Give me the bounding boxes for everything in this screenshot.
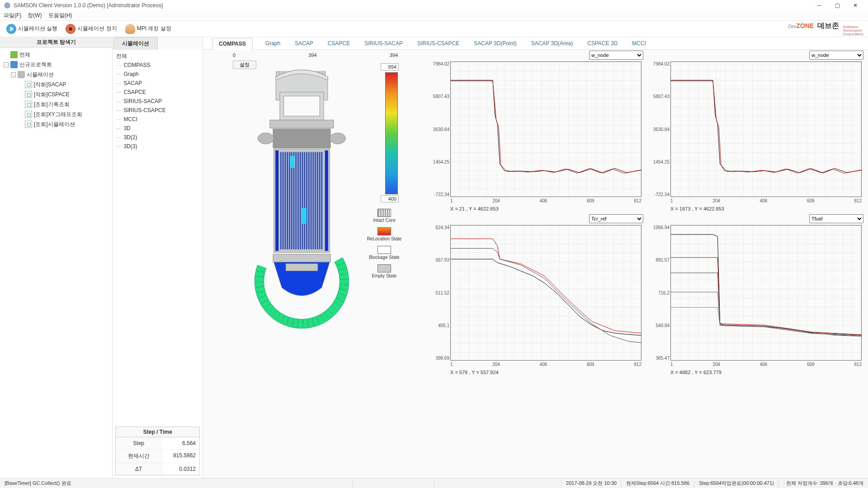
tree-expand-icon[interactable]: -	[4, 62, 9, 67]
plot-axes[interactable]	[670, 61, 862, 197]
step-value: 6,564	[162, 437, 199, 449]
plot-caption: X = 4882 , Y = 623.779	[670, 370, 722, 375]
tree-item[interactable]: [조회]XY그래프조회	[0, 109, 112, 119]
content-tab[interactable]: CSPACE 3D	[585, 38, 619, 49]
tree-item[interactable]: [작화]SACAP	[0, 80, 112, 89]
reactor-scale: 0394394	[233, 52, 398, 58]
toolbar: 시뮬레이션 실행 시뮬레이션 정지 MPI 계정 설정 DevZONE 데브존 …	[0, 21, 868, 37]
tab-simulation[interactable]: 시뮬레이션	[113, 37, 158, 50]
legend-item: Empty State	[362, 264, 407, 278]
tree-item[interactable]: 전체	[0, 50, 112, 60]
tree-expand-icon[interactable]: -	[11, 72, 16, 77]
status-totals: · 전체 저장개수 :396개 · 초당:0.48개	[779, 479, 868, 488]
subtree-item[interactable]: MCCI	[113, 115, 203, 124]
plot-caption: X = 21 , Y = 4622.853	[450, 206, 499, 211]
subtree-item[interactable]: SIRIUS-SACAP	[113, 97, 203, 106]
svg-rect-38	[295, 152, 297, 249]
subtree-item[interactable]: SIRIUS-CSAPCE	[113, 106, 203, 115]
subtree-item[interactable]: SACAP	[113, 79, 203, 88]
content-tab[interactable]: SACAP	[293, 38, 315, 49]
tree-item-label: [조회]시뮬레이션	[34, 121, 75, 128]
svg-rect-31	[280, 152, 282, 249]
svg-rect-51	[290, 156, 295, 168]
status-spacer	[434, 479, 561, 488]
plot-variable-select[interactable]: Tfuel	[809, 214, 863, 223]
main: 프로젝트 탐색기 전체-신규프로젝트-시뮬레이션[작화]SACAP[작화]CSP…	[0, 37, 868, 478]
menubar: 파일(F) 창(W) 도움말(H)	[0, 11, 868, 21]
menu-help[interactable]: 도움말(H)	[48, 12, 72, 19]
subtree-item[interactable]: 3D	[113, 124, 203, 133]
tree-item[interactable]: [조회]시뮬레이션	[0, 119, 112, 129]
doc-icon	[25, 101, 32, 108]
plot-bottom-right: Tfuel365.47540.84716.2891.571066.9412044…	[646, 214, 865, 377]
blue-icon	[10, 61, 18, 68]
step-label: Step	[116, 437, 162, 449]
status-datetime: 2017-08-29 오전 10:30	[561, 479, 622, 488]
simulation-tree[interactable]: 전체COMPASSGraphSACAPCSAPCESIRIUS-SACAPSIR…	[113, 50, 203, 424]
svg-rect-32	[283, 152, 284, 249]
tree-item[interactable]: -시뮬레이션	[0, 70, 112, 80]
legend-swatch-icon	[377, 209, 391, 217]
project-tree[interactable]: 전체-신규프로젝트-시뮬레이션[작화]SACAP[작화]CSPACE[조회]기록…	[0, 48, 112, 478]
mpi-settings-button[interactable]: MPI 계정 설정	[123, 23, 173, 35]
plot-axes[interactable]	[670, 225, 862, 361]
run-label: 시뮬레이션 실행	[18, 25, 57, 33]
legend-item: Blockage State	[362, 246, 407, 260]
content-tab[interactable]: SACAP 3D(Area)	[529, 38, 575, 49]
content-tabs: COMPASSGraphSACAPCSAPCESIRIUS-SACAPSIRIU…	[203, 37, 868, 50]
subtree-item[interactable]: 3D(2)	[113, 133, 203, 142]
subtree-item[interactable]: COMPASS	[113, 61, 203, 70]
legend-swatch-icon	[377, 227, 391, 235]
plot-axes[interactable]	[450, 225, 642, 361]
content-tab[interactable]: CSAPCE	[326, 38, 352, 49]
project-explorer: 프로젝트 탐색기 전체-신규프로젝트-시뮬레이션[작화]SACAP[작화]CSP…	[0, 37, 113, 478]
reactor-legend: Intact CoreReLocation StateBlockage Stat…	[362, 209, 407, 283]
step-label: 현재시간	[116, 450, 162, 463]
doc-icon	[25, 91, 32, 98]
run-simulation-button[interactable]: 시뮬레이션 실행	[5, 23, 59, 35]
step-value: 815.5862	[162, 450, 199, 463]
content-tab[interactable]: Graph	[264, 38, 282, 49]
plot-variable-select[interactable]: w_node	[809, 51, 863, 60]
plot-variable-select[interactable]: Tcr_ref	[589, 214, 643, 223]
subtree-item[interactable]: CSAPCE	[113, 88, 203, 97]
svg-point-0	[5, 3, 10, 8]
svg-rect-42	[304, 152, 305, 249]
step-value: 0.0312	[162, 463, 199, 475]
content-tab[interactable]: MCCI	[630, 38, 648, 49]
svg-rect-50	[321, 152, 322, 249]
content-tab[interactable]: SIRIUS-SACAP	[363, 38, 405, 49]
tree-item-label: [작화]SACAP	[34, 81, 66, 89]
close-button[interactable]: ✕	[846, 0, 864, 11]
svg-rect-29	[275, 150, 278, 251]
plot-axes[interactable]	[450, 61, 642, 197]
colorbar-min: 400	[381, 195, 399, 202]
subtree-item[interactable]: 3D(3)	[113, 142, 203, 151]
plot-variable-select[interactable]: w_node	[589, 51, 643, 60]
subtree-item[interactable]: 전체	[113, 52, 203, 61]
status-step: 현재Step:6564 시간:815.586	[622, 479, 694, 488]
content-tab[interactable]: SIRIUS-CSAPCE	[415, 38, 461, 49]
minimize-button[interactable]: ─	[810, 0, 828, 11]
app-icon	[4, 2, 11, 9]
tree-item[interactable]: -신규프로젝트	[0, 60, 112, 70]
content-tab[interactable]: COMPASS	[212, 38, 253, 50]
plots-grid: w_node-722.341454.253630.845807.437984.0…	[203, 50, 868, 478]
green-icon	[10, 51, 18, 58]
doc-icon	[25, 121, 32, 128]
menu-window[interactable]: 창(W)	[28, 12, 42, 19]
svg-rect-46	[312, 152, 314, 249]
tree-item[interactable]: [작화]CSPACE	[0, 89, 112, 99]
svg-rect-41	[302, 152, 303, 249]
person-icon	[125, 24, 135, 34]
doc-icon	[25, 81, 32, 88]
stop-label: 시뮬레이션 정지	[77, 25, 117, 33]
svg-rect-33	[284, 152, 286, 249]
content-tab[interactable]: SACAP 3D(Point)	[472, 38, 518, 49]
stop-simulation-button[interactable]: 시뮬레이션 정지	[64, 23, 118, 35]
maximize-button[interactable]: ▢	[828, 0, 846, 11]
menu-file[interactable]: 파일(F)	[4, 12, 21, 19]
tree-item[interactable]: [조회]기록조회	[0, 99, 112, 109]
brand-logo: DevZONE 데브존 SoftwareTechexpertCorporatio…	[788, 21, 863, 36]
subtree-item[interactable]: Graph	[113, 70, 203, 79]
